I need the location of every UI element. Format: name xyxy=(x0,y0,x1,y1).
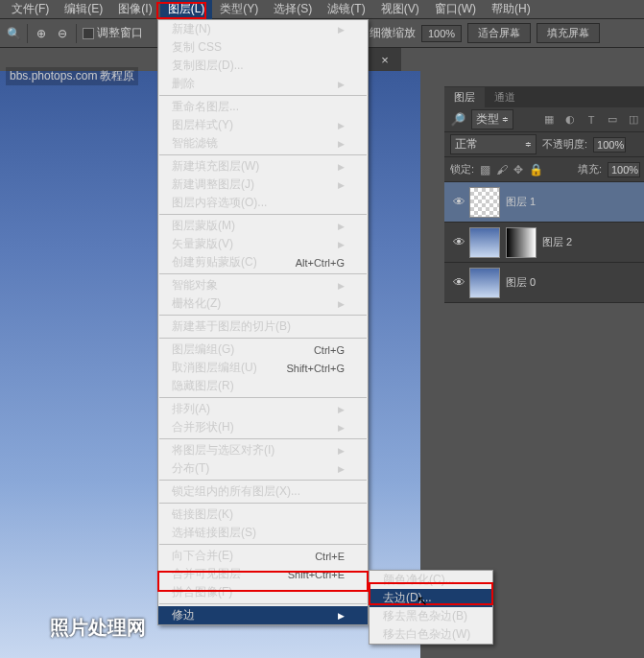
layer-thumbnail[interactable] xyxy=(469,227,500,258)
menu-matting[interactable]: 修边▶ xyxy=(158,606,368,624)
layer-item[interactable]: 👁 图层 2 xyxy=(444,223,644,263)
filter-smart-icon[interactable]: ◫ xyxy=(627,113,640,127)
mouse-cursor-icon: ↖ xyxy=(417,593,428,608)
zoom-in-icon[interactable]: ⊕ xyxy=(34,26,49,41)
tab-channels[interactable]: 通道 xyxy=(485,87,525,107)
lock-position-icon[interactable]: ✥ xyxy=(513,163,523,176)
menu-edit[interactable]: 编辑(E) xyxy=(57,0,110,19)
filter-type-icon[interactable]: T xyxy=(584,113,598,127)
zoom-tool-icon[interactable]: 🔍 xyxy=(6,26,21,41)
zoom-percent[interactable]: 100% xyxy=(421,25,462,42)
filter-shape-icon[interactable]: ▭ xyxy=(606,113,619,127)
tab-layers[interactable]: 图层 xyxy=(444,87,485,107)
menu-rasterize: 栅格化(Z)▶ xyxy=(158,294,368,313)
filter-icon[interactable]: 🔎 xyxy=(450,112,465,127)
layer-item[interactable]: 👁 图层 0 xyxy=(444,263,644,303)
menu-flatten-image[interactable]: 拼合图像(F) xyxy=(158,583,368,601)
layer-name[interactable]: 图层 1 xyxy=(506,195,536,209)
layer-thumbnail[interactable] xyxy=(469,187,500,218)
document-tabs: × xyxy=(369,48,401,71)
filter-type-select[interactable]: 类型 ≑ xyxy=(471,109,513,129)
menu-select-linked: 选择链接图层(S) xyxy=(158,524,368,542)
menu-rename-layer[interactable]: 重命名图层... xyxy=(158,98,368,116)
submenu-color-decontaminate: 颜色净化(C)... xyxy=(370,571,492,589)
menu-delete[interactable]: 删除▶ xyxy=(158,75,368,93)
menu-distribute: 分布(T)▶ xyxy=(158,459,368,478)
menu-window[interactable]: 窗口(W) xyxy=(427,0,484,19)
menu-type[interactable]: 类型(Y) xyxy=(212,0,266,19)
matting-submenu: 颜色净化(C)... 去边(D)... 移去黑色杂边(B) 移去白色杂边(W) xyxy=(369,570,493,645)
layers-panel: 图层 通道 🔎 类型 ≑ ▦ ◐ T ▭ ◫ 正常≑ 不透明度: 100% 锁定… xyxy=(444,86,644,303)
layer-mask-thumbnail[interactable] xyxy=(506,227,537,258)
zoom-out-icon[interactable]: ⊖ xyxy=(55,26,70,41)
menu-new[interactable]: 新建(N)▶ xyxy=(158,20,368,38)
menu-vector-mask[interactable]: 矢量蒙版(V)▶ xyxy=(158,235,368,253)
menu-help[interactable]: 帮助(H) xyxy=(484,0,538,19)
menu-file[interactable]: 文件(F) xyxy=(4,0,57,19)
fill-label: 填充: xyxy=(578,162,602,176)
menu-link-layers[interactable]: 链接图层(K) xyxy=(158,505,368,524)
menu-layer-content-options: 图层内容选项(O)... xyxy=(158,194,368,212)
menu-layer-style[interactable]: 图层样式(Y)▶ xyxy=(158,116,368,134)
opacity-input[interactable]: 100% xyxy=(593,137,626,153)
menu-create-clipping-mask[interactable]: 创建剪贴蒙版(C)Alt+Ctrl+G xyxy=(158,253,368,271)
watermark-url: bbs.photops.com 教程原 xyxy=(6,67,138,85)
lock-transparent-icon[interactable]: ▩ xyxy=(480,163,490,176)
menu-image[interactable]: 图像(I) xyxy=(110,0,159,19)
menu-merge-down[interactable]: 向下合并(E)Ctrl+E xyxy=(158,547,368,565)
lock-all-icon[interactable]: 🔒 xyxy=(529,163,543,176)
submenu-remove-white-matte[interactable]: 移去白色杂边(W) xyxy=(370,625,492,644)
visibility-toggle-icon[interactable]: 👁 xyxy=(448,195,469,209)
filter-pixel-icon[interactable]: ▦ xyxy=(542,113,556,127)
layer-dropdown-menu: 新建(N)▶ 复制 CSS 复制图层(D)... 删除▶ 重命名图层... 图层… xyxy=(157,19,369,625)
menu-view[interactable]: 视图(V) xyxy=(373,0,427,19)
layer-thumbnail[interactable] xyxy=(469,268,500,298)
fill-screen-button[interactable]: 填充屏幕 xyxy=(537,23,600,43)
fill-input[interactable]: 100% xyxy=(608,162,640,177)
layer-item[interactable]: 👁 图层 1 xyxy=(444,182,644,223)
layer-name[interactable]: 图层 2 xyxy=(542,235,572,249)
menu-select[interactable]: 选择(S) xyxy=(266,0,320,19)
menu-align-to-selection[interactable]: 将图层与选区对齐(I)▶ xyxy=(158,441,368,459)
menu-lock-all-in-group[interactable]: 锁定组内的所有图层(X)... xyxy=(158,482,368,501)
menu-smart-filter: 智能滤镜▶ xyxy=(158,134,368,153)
lock-image-icon[interactable]: 🖌 xyxy=(496,163,508,176)
menu-duplicate-layer[interactable]: 复制图层(D)... xyxy=(158,57,368,75)
menu-new-layer-based-slice[interactable]: 新建基于图层的切片(B) xyxy=(158,317,368,336)
submenu-defringe[interactable]: 去边(D)... xyxy=(370,589,492,607)
menu-hide-layers[interactable]: 隐藏图层(R) xyxy=(158,377,368,395)
menu-new-adjustment-layer[interactable]: 新建调整图层(J)▶ xyxy=(158,176,368,194)
layer-name[interactable]: 图层 0 xyxy=(506,275,536,290)
visibility-toggle-icon[interactable]: 👁 xyxy=(448,275,469,290)
main-menubar[interactable]: 文件(F) 编辑(E) 图像(I) 图层(L) 类型(Y) 选择(S) 滤镜(T… xyxy=(0,0,644,19)
menu-layer-mask[interactable]: 图层蒙版(M)▶ xyxy=(158,217,368,235)
blend-mode-select[interactable]: 正常≑ xyxy=(450,134,537,154)
menu-ungroup-layers: 取消图层编组(U)Shift+Ctrl+G xyxy=(158,359,368,377)
menu-arrange[interactable]: 排列(A)▶ xyxy=(158,400,368,418)
menu-smart-object[interactable]: 智能对象▶ xyxy=(158,276,368,294)
menu-copy-css[interactable]: 复制 CSS xyxy=(158,38,368,57)
close-icon[interactable]: × xyxy=(378,53,392,66)
menu-merge-visible[interactable]: 合并可见图层Shift+Ctrl+E xyxy=(158,565,368,583)
menu-filter[interactable]: 滤镜(T) xyxy=(320,0,372,19)
separator xyxy=(27,24,28,43)
separator xyxy=(76,24,77,43)
filter-adjust-icon[interactable]: ◐ xyxy=(563,113,577,127)
visibility-toggle-icon[interactable]: 👁 xyxy=(448,235,469,249)
submenu-remove-black-matte[interactable]: 移去黑色杂边(B) xyxy=(370,607,492,625)
menu-new-fill-layer[interactable]: 新建填充图层(W)▶ xyxy=(158,157,368,176)
watermark-text: 照片处理网 xyxy=(50,615,146,641)
fit-screen-button[interactable]: 适合屏幕 xyxy=(467,23,531,43)
menu-combine-shapes: 合并形状(H)▶ xyxy=(158,418,368,436)
micro-zoom-checkbox[interactable]: 细微缩放 xyxy=(370,25,416,41)
menu-group-layers[interactable]: 图层编组(G)Ctrl+G xyxy=(158,341,368,359)
adjust-window-checkbox[interactable]: 调整窗口 xyxy=(83,25,143,41)
menu-layer[interactable]: 图层(L) xyxy=(160,0,213,19)
opacity-label: 不透明度: xyxy=(542,137,587,152)
lock-label: 锁定: xyxy=(450,162,474,176)
document-tab[interactable]: × xyxy=(369,48,401,71)
